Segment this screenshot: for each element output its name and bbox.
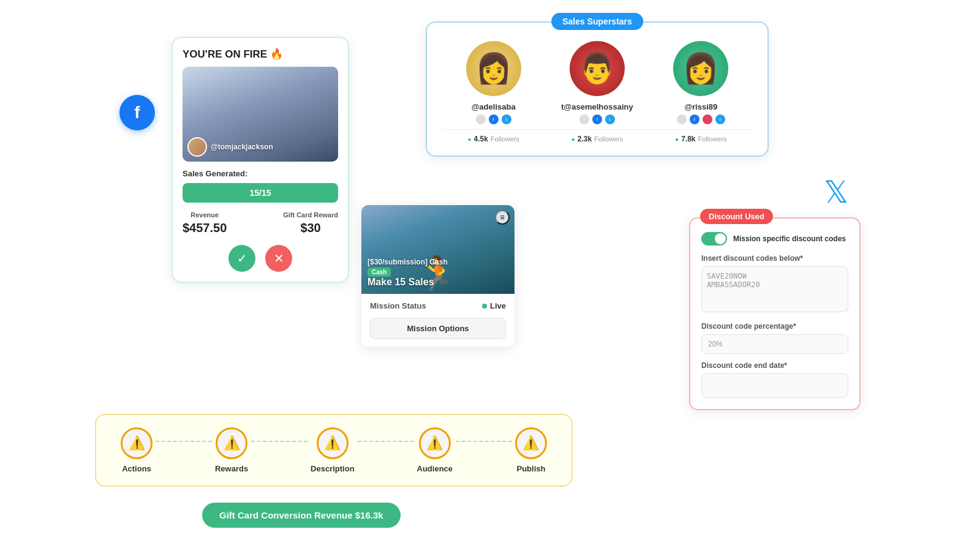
percentage-label: Discount code percentage*	[701, 322, 848, 331]
social-icons-2: f t	[545, 114, 649, 124]
step-dashes-4	[456, 441, 512, 442]
step-icon-publish: ⚠️	[515, 427, 547, 459]
step-dashes-1	[156, 441, 212, 442]
social-icons-1: f t	[442, 114, 545, 124]
tw-icon-3: t	[715, 114, 725, 124]
fire-card-avatar: @tomjackjackson	[187, 137, 273, 157]
mission-body: Mission Status Live Mission Options	[361, 294, 514, 347]
step-icon-description: ⚠️	[317, 427, 349, 459]
mission-image: 🏃 ≡ [$30/submission] Cash Cash Make 15 S…	[361, 205, 514, 294]
superstar-avatar-1: 👩	[466, 41, 521, 96]
toggle-label: Mission specific discount codes	[733, 234, 846, 243]
dot3	[677, 114, 687, 124]
superstar-avatar-2: 👨	[570, 41, 625, 96]
followers-count-3: 7.8k	[681, 135, 695, 143]
ig-icon-3	[703, 114, 712, 124]
mission-badge: Cash	[368, 268, 391, 277]
discount-badge: Discount Used	[700, 209, 773, 224]
followers-2: ● 2.3k Followers	[545, 129, 649, 143]
workflow-steps: ⚠️ Actions ⚠️ Rewards ⚠️ Description ⚠️ …	[121, 427, 547, 473]
gift-card-banner: Gift Card Conversion Revenue $16.3k	[202, 503, 401, 528]
step-icon-rewards: ⚠️	[216, 427, 247, 459]
superstars-badge: Sales Superstars	[551, 13, 643, 30]
fire-card: YOU'RE ON FIRE 🔥 @tomjackjackson Sales G…	[172, 37, 349, 283]
workflow-step-description[interactable]: ⚠️ Description	[311, 427, 355, 473]
superstar-item: 👩 @adelisaba f t ● 4.5k Followers	[442, 41, 545, 143]
avatar-small	[187, 137, 207, 157]
mission-status-label: Mission Status	[370, 301, 426, 310]
step-label-audience: Audience	[417, 464, 453, 473]
workflow-step-audience[interactable]: ⚠️ Audience	[417, 427, 453, 473]
followers-1: ● 4.5k Followers	[442, 129, 545, 143]
mission-price-text: [$30/submission] Cash	[368, 258, 508, 266]
revenue-label: Revenue	[183, 211, 227, 219]
workflow-bar: ⚠️ Actions ⚠️ Rewards ⚠️ Description ⚠️ …	[95, 414, 573, 487]
discount-card: Discount Used Mission specific discount …	[689, 217, 861, 410]
mission-title: Make 15 Sales	[368, 277, 434, 288]
social-icons-3: f t	[649, 114, 753, 124]
step-dashes-3	[358, 441, 414, 442]
superstar-name-3: @rissi89	[649, 102, 753, 111]
workflow-step-rewards[interactable]: ⚠️ Rewards	[215, 427, 248, 473]
metrics-row: Revenue $457.50 Gift Card Reward $30	[183, 211, 338, 235]
revenue-value: $457.50	[183, 221, 227, 235]
superstars-grid: 👩 @adelisaba f t ● 4.5k Followers 👨 t@as…	[442, 41, 753, 143]
mission-menu-button[interactable]: ≡	[495, 210, 510, 225]
approve-button[interactable]: ✓	[228, 245, 255, 272]
facebook-icon: f	[119, 95, 155, 130]
fire-card-title: YOU'RE ON FIRE 🔥	[183, 48, 338, 61]
twitter-icon: 𝕏	[824, 174, 848, 210]
giftcard-metric: Gift Card Reward $30	[283, 211, 338, 235]
mission-status-live: Live	[482, 301, 506, 310]
step-label-rewards: Rewards	[215, 464, 248, 473]
workflow-step-publish[interactable]: ⚠️ Publish	[515, 427, 547, 473]
followers-count-2: 2.3k	[578, 135, 592, 143]
mission-card: 🏃 ≡ [$30/submission] Cash Cash Make 15 S…	[361, 205, 514, 347]
revenue-metric: Revenue $457.50	[183, 211, 227, 235]
superstar-avatar-3: 👩	[673, 41, 728, 96]
live-dot	[482, 304, 487, 309]
workflow-step-actions[interactable]: ⚠️ Actions	[121, 427, 153, 473]
fb-icon-1: f	[489, 114, 499, 124]
mission-options-button[interactable]: Mission Options	[370, 318, 506, 339]
dot1	[476, 114, 486, 124]
tw-icon-1: t	[502, 114, 511, 124]
codes-label: Insert discount codes below*	[701, 254, 848, 263]
giftcard-value: $30	[283, 221, 338, 235]
giftcard-label: Gift Card Reward	[283, 211, 338, 219]
sales-label: Sales Generated:	[183, 169, 338, 178]
step-dashes-2	[251, 441, 307, 442]
mission-status-row: Mission Status Live	[370, 301, 506, 310]
fire-card-image: @tomjackjackson	[183, 67, 338, 162]
avatar-username: @tomjackjackson	[211, 143, 273, 151]
step-label-publish: Publish	[517, 464, 546, 473]
step-icon-audience: ⚠️	[419, 427, 451, 459]
tw-icon-2: t	[605, 114, 615, 124]
superstars-card: Sales Superstars 👩 @adelisaba f t ● 4.5k…	[426, 21, 769, 157]
action-buttons: ✓ ✕	[183, 245, 338, 272]
step-label-actions: Actions	[122, 464, 151, 473]
superstar-name-1: @adelisaba	[442, 102, 545, 111]
discount-toggle-row: Mission specific discount codes	[701, 232, 848, 246]
step-icon-actions: ⚠️	[121, 427, 153, 459]
discount-codes-input[interactable]: SAVE20NOW AMBASSADOR20	[701, 266, 848, 312]
followers-label-2: Followers	[594, 135, 623, 143]
followers-label-1: Followers	[491, 135, 519, 143]
step-label-description: Description	[311, 464, 355, 473]
dot2	[579, 114, 589, 124]
discount-percentage-input[interactable]	[701, 334, 848, 354]
fb-icon-2: f	[592, 114, 602, 124]
progress-bar: 15/15	[183, 183, 338, 203]
followers-3: ● 7.8k Followers	[649, 129, 753, 143]
reject-button[interactable]: ✕	[265, 245, 292, 272]
superstar-name-2: t@asemelhossainy	[545, 102, 649, 111]
mission-live-text: Live	[490, 301, 506, 310]
fb-icon-3: f	[690, 114, 699, 124]
superstar-item-2: 👨 t@asemelhossainy f t ● 2.3k Followers	[545, 41, 649, 143]
followers-count-1: 4.5k	[473, 135, 488, 143]
discount-date-input[interactable]	[701, 373, 848, 398]
discount-toggle[interactable]	[701, 232, 727, 246]
superstar-item-3: 👩 @rissi89 f t ● 7.8k Followers	[649, 41, 753, 143]
toggle-knob	[715, 233, 726, 244]
followers-label-3: Followers	[698, 135, 726, 143]
